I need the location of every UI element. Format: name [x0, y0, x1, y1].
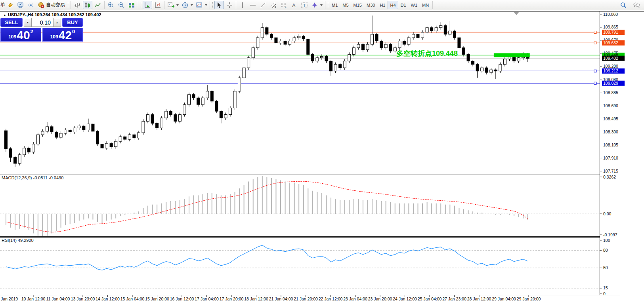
profile-icon[interactable]: [6, 1, 15, 9]
period-dropdown[interactable]: [191, 4, 193, 6]
tab-m15[interactable]: M15: [351, 1, 364, 9]
svg-text:109.791: 109.791: [603, 30, 618, 34]
svg-text:0.00: 0.00: [603, 211, 612, 216]
line-chart-icon: [94, 2, 101, 9]
clock-icon: [182, 2, 189, 9]
zoom-out-button[interactable]: [117, 1, 126, 9]
macd-indicator-label: MACD(12,26,9) -0.0511 -0.0430: [2, 175, 63, 180]
volume-decrease-button[interactable]: ▼: [24, 18, 32, 27]
crosshair-button[interactable]: [225, 1, 234, 9]
text-a-icon: A: [290, 2, 298, 9]
tab-d1[interactable]: D1: [398, 1, 409, 9]
svg-text:80: 80: [603, 248, 608, 253]
zoom-out-icon: [118, 2, 125, 9]
tab-m1[interactable]: M1: [329, 1, 340, 9]
vertical-line-tool[interactable]: [238, 1, 247, 9]
svg-text:109.865: 109.865: [603, 25, 618, 29]
svg-text:108.885: 108.885: [603, 90, 618, 95]
tile-windows-icon: [128, 2, 135, 9]
svg-text:100: 100: [603, 238, 610, 243]
tab-h4[interactable]: H4: [388, 1, 398, 9]
text-label-tool[interactable]: T: [300, 1, 309, 9]
chart-shift-icon: [154, 2, 161, 9]
template-dropdown[interactable]: [205, 4, 207, 6]
one-click-trading-panel: SELL ▼ 0.10 ▲ BUY 109402 109420: [0, 18, 83, 42]
svg-text:107.910: 107.910: [603, 156, 618, 160]
svg-text:50: 50: [603, 265, 608, 270]
zoom-in-icon: [107, 2, 115, 9]
chart-icon: ▲: [3, 13, 6, 17]
chat-button[interactable]: [632, 1, 641, 9]
candlestick-icon: [84, 2, 91, 9]
svg-text:11 Jan 04:00: 11 Jan 04:00: [46, 296, 70, 301]
tab-mn[interactable]: MN: [420, 1, 431, 9]
svg-text:107.715: 107.715: [603, 169, 618, 173]
svg-text:108.690: 108.690: [603, 103, 618, 108]
terminal-icon[interactable]: [16, 1, 25, 9]
svg-text:109.402: 109.402: [603, 56, 618, 61]
svg-text:108.495: 108.495: [603, 116, 618, 121]
equidistant-channel-tool[interactable]: E: [269, 1, 278, 9]
market-icon: [38, 2, 45, 9]
buy-price-sup: 0: [72, 29, 75, 34]
svg-text:Jan 2019: Jan 2019: [1, 296, 18, 301]
svg-text:27 Jan 23:00: 27 Jan 23:00: [442, 296, 466, 301]
auto-scroll-icon: [144, 2, 151, 9]
signals-icon[interactable]: [26, 1, 36, 9]
sell-price-big: 40: [17, 30, 30, 41]
svg-text:15: 15: [603, 285, 608, 290]
fibonacci-icon: F: [280, 2, 287, 9]
tab-m30[interactable]: M30: [364, 1, 377, 9]
tab-w1[interactable]: W1: [409, 1, 420, 9]
svg-text:109.280: 109.280: [603, 64, 618, 68]
search-button[interactable]: [619, 1, 628, 9]
tile-windows-button[interactable]: [127, 1, 136, 9]
auto-scroll-button[interactable]: [143, 1, 152, 9]
buy-price-prefix: 109: [50, 34, 58, 40]
text-tool[interactable]: A: [289, 1, 299, 9]
svg-text:23 Jan 04:00: 23 Jan 04:00: [343, 296, 367, 301]
crosshair-icon: [226, 2, 233, 9]
line-chart-button[interactable]: [93, 1, 103, 9]
add-indicator-button[interactable]: [166, 1, 176, 9]
svg-text:108.105: 108.105: [603, 143, 618, 147]
svg-text:108.300: 108.300: [603, 129, 618, 134]
vertical-line-icon: [239, 2, 246, 9]
svg-text:29 Jan 20:00: 29 Jan 20:00: [517, 296, 541, 301]
new-order-button[interactable]: 单: [0, 2, 5, 8]
template-button[interactable]: [195, 1, 204, 9]
horizontal-line-tool[interactable]: [248, 1, 258, 9]
add-indicator-icon: [167, 2, 174, 9]
buy-price-display[interactable]: 109420: [42, 28, 83, 42]
gold-book-icon: [7, 2, 14, 9]
period-button[interactable]: [180, 1, 190, 9]
autotrading-button[interactable]: 自动交易: [36, 1, 66, 9]
fibonacci-tool[interactable]: F: [279, 1, 289, 9]
label-t-icon: T: [301, 2, 308, 9]
buy-button[interactable]: BUY: [62, 18, 83, 27]
add-indicator-dropdown[interactable]: [176, 4, 179, 6]
svg-text:24 Jan 12:00: 24 Jan 12:00: [393, 296, 417, 301]
buy-price-big: 42: [59, 30, 72, 41]
trendline-icon: [260, 2, 267, 9]
sell-button[interactable]: SELL: [0, 18, 23, 27]
svg-text:14 Jan 12:00: 14 Jan 12:00: [96, 296, 120, 301]
bar-chart-button[interactable]: [73, 1, 82, 9]
chart-shift-button[interactable]: [153, 1, 162, 9]
arrows-tool[interactable]: [310, 1, 319, 9]
candlestick-button[interactable]: [83, 1, 92, 9]
tab-h1[interactable]: H1: [377, 1, 388, 9]
sell-price-prefix: 109: [8, 34, 16, 40]
volume-input[interactable]: 0.10: [32, 18, 53, 27]
zoom-in-button[interactable]: [106, 1, 116, 9]
cursor-button[interactable]: [214, 1, 224, 9]
svg-text:F: F: [285, 6, 287, 9]
tab-m5[interactable]: M5: [340, 1, 351, 9]
chart-canvas[interactable]: 110.060109.865109.670109.475109.280109.0…: [0, 0, 644, 306]
arrows-dropdown[interactable]: [320, 4, 323, 6]
volume-increase-button[interactable]: ▲: [53, 18, 61, 27]
svg-text:28 Jan 12:00: 28 Jan 12:00: [467, 296, 491, 301]
trendline-tool[interactable]: [258, 1, 268, 9]
monitor-icon: [17, 2, 24, 9]
sell-price-display[interactable]: 109402: [0, 28, 41, 42]
